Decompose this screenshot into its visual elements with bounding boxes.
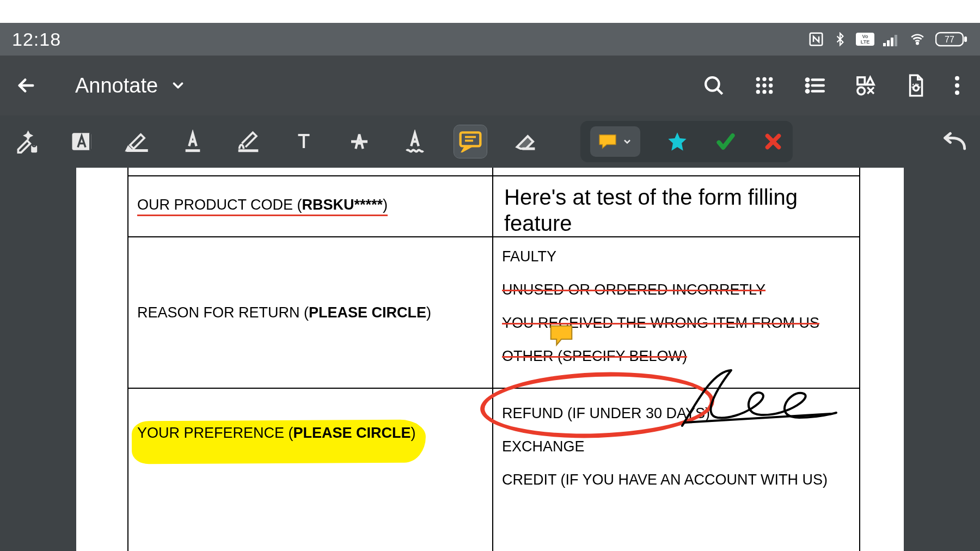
reason-option: OTHER (SPECIFY BELOW) (502, 348, 850, 365)
annotation-toolbar (0, 115, 980, 168)
reason-option: UNUSED OR ORDERED INCORRETLY (502, 281, 850, 298)
undo-button[interactable] (938, 125, 970, 158)
check-icon (714, 131, 737, 152)
eraser-tool[interactable] (510, 125, 542, 158)
svg-rect-25 (857, 77, 865, 84)
cross-icon (763, 132, 783, 151)
preference-option: REFUND (IF UNDER 30 DAYS) (502, 405, 850, 422)
status-time: 12:18 (12, 29, 61, 50)
svg-point-20 (762, 90, 766, 94)
strikethrough-tool[interactable] (343, 125, 376, 158)
svg-point-17 (762, 83, 766, 87)
battery-icon: 77 (935, 31, 968, 47)
chevron-down-icon (622, 136, 633, 147)
svg-point-23 (806, 84, 808, 87)
preset-star-button[interactable] (666, 125, 688, 158)
outline-button[interactable] (804, 74, 826, 97)
svg-rect-4 (883, 43, 886, 46)
svg-point-30 (955, 90, 959, 95)
bluetooth-icon (833, 31, 847, 47)
annotation-presets-group (580, 121, 793, 162)
chevron-down-icon (170, 77, 186, 94)
svg-point-28 (955, 76, 959, 81)
svg-point-12 (706, 77, 719, 91)
svg-point-21 (769, 90, 773, 94)
svg-rect-7 (895, 35, 897, 46)
comment-note-tool[interactable] (454, 125, 487, 158)
mode-label: Annotate (75, 74, 158, 97)
svg-rect-35 (461, 132, 481, 146)
cellular-signal-icon (883, 32, 899, 46)
svg-rect-5 (887, 40, 890, 46)
svg-rect-10 (964, 36, 967, 42)
app-bar: Annotate (0, 56, 980, 115)
nfc-icon (808, 31, 824, 47)
shapes-button[interactable] (855, 75, 877, 96)
wifi-icon (908, 32, 927, 46)
svg-point-26 (857, 87, 865, 94)
svg-point-16 (756, 83, 760, 87)
pdf-page[interactable]: OUR PRODUCT CODE (RBSKU*****) Here's at … (76, 168, 904, 551)
svg-rect-32 (33, 144, 36, 147)
svg-point-18 (769, 83, 773, 87)
preset-cross-button[interactable] (763, 125, 783, 158)
reason-for-return-label: REASON FOR RETURN (PLEASE CIRCLE) (128, 295, 492, 331)
free-draw-tool[interactable] (232, 125, 265, 158)
grid-view-button[interactable] (754, 75, 775, 96)
form-fill-typed-text[interactable]: Here's at test of the form filling featu… (493, 176, 859, 236)
page-settings-button[interactable] (905, 74, 926, 97)
comment-icon (598, 133, 617, 150)
reason-option: FAULTY (502, 248, 850, 265)
svg-point-8 (916, 42, 918, 44)
svg-text:LTE: LTE (861, 39, 869, 45)
insert-text-tool[interactable] (287, 125, 320, 158)
svg-text:77: 77 (945, 35, 954, 44)
preference-option: EXCHANGE (502, 438, 850, 455)
status-bar: 12:18 VoLTE 77 (0, 23, 980, 56)
text-box-tool[interactable] (65, 125, 98, 158)
comment-annotation-marker[interactable] (549, 324, 574, 347)
svg-point-15 (769, 77, 773, 81)
mode-dropdown[interactable]: Annotate (75, 74, 186, 97)
underline-tool[interactable] (176, 125, 209, 158)
squiggly-underline-tool[interactable] (399, 125, 431, 158)
svg-point-19 (756, 90, 760, 94)
volte-icon: VoLTE (856, 33, 874, 46)
overflow-menu-button[interactable] (954, 75, 960, 96)
preset-comment-dropdown[interactable] (590, 126, 640, 157)
your-preference-label-highlighted: YOUR PREFERENCE (PLEASE CIRCLE) (137, 425, 416, 442)
auto-annotate-tool[interactable] (10, 125, 42, 158)
highlighter-tool[interactable] (121, 125, 154, 158)
form-table: OUR PRODUCT CODE (RBSKU*****) Here's at … (127, 168, 860, 551)
preset-check-button[interactable] (714, 125, 737, 158)
preference-option: CREDIT (IF YOU HAVE AN ACCOUNT WITH US) (502, 472, 850, 488)
product-code-label: OUR PRODUCT CODE (RBSKU*****) (137, 197, 388, 216)
back-button[interactable] (10, 74, 42, 97)
search-button[interactable] (702, 74, 725, 97)
svg-point-13 (756, 77, 760, 81)
star-icon (666, 131, 688, 152)
svg-point-22 (806, 78, 808, 81)
svg-point-14 (762, 77, 766, 81)
document-viewport[interactable]: OUR PRODUCT CODE (RBSKU*****) Here's at … (0, 168, 980, 551)
svg-rect-34 (89, 133, 91, 150)
svg-text:Vo: Vo (862, 34, 868, 39)
svg-rect-6 (891, 38, 893, 46)
svg-point-24 (806, 90, 808, 92)
svg-point-29 (955, 83, 959, 88)
